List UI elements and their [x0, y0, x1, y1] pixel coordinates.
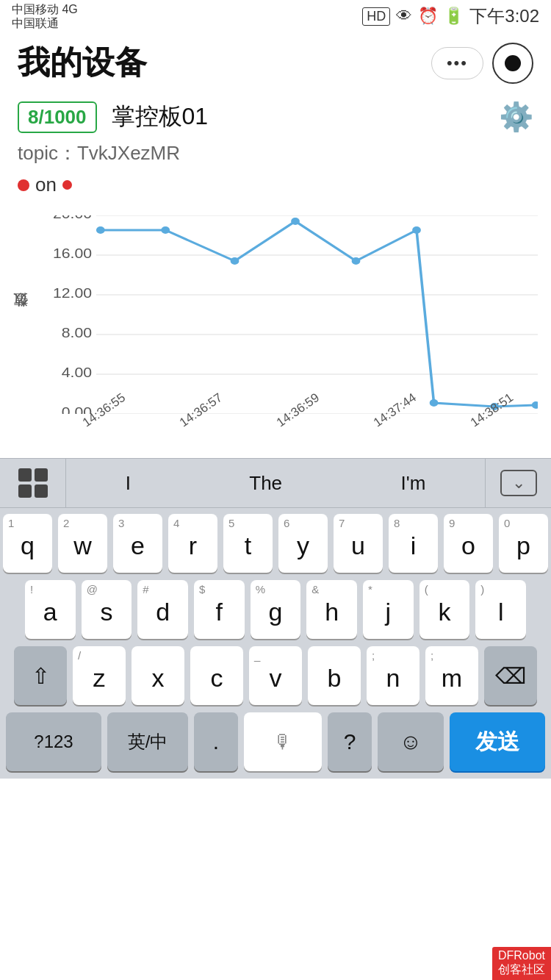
key-shift[interactable]: ⇧ — [14, 646, 67, 705]
key-z[interactable]: /z — [73, 646, 126, 705]
device-name: 掌控板01 — [112, 101, 209, 133]
key-v[interactable]: _v — [249, 646, 302, 705]
header-actions: ••• — [431, 43, 533, 84]
key-g[interactable]: %g — [251, 580, 301, 639]
chevron-down-icon: ⌄ — [512, 473, 525, 493]
key-h[interactable]: &h — [306, 580, 357, 639]
key-t[interactable]: 5t — [223, 514, 273, 573]
header: 我的设备 ••• — [0, 32, 551, 93]
key-k[interactable]: (k — [419, 580, 470, 639]
chart-inner: 20.00 16.00 12.00 8.00 4.00 0.00 — [53, 215, 538, 414]
svg-text:16.00: 16.00 — [53, 246, 92, 261]
record-button[interactable] — [492, 43, 533, 84]
svg-point-13 — [161, 226, 170, 234]
status-dot-red-small — [62, 180, 72, 190]
alarm-icon: ⏰ — [418, 7, 438, 26]
key-m[interactable]: ;m — [425, 646, 478, 705]
key-backspace[interactable]: ⌫ — [484, 646, 537, 705]
svg-point-16 — [352, 257, 361, 265]
svg-text:8.00: 8.00 — [62, 326, 92, 340]
gear-icon[interactable]: ⚙️ — [499, 101, 533, 133]
key-s[interactable]: @s — [82, 580, 132, 639]
eye-icon: 👁 — [396, 7, 412, 26]
status-dot-red — [18, 179, 29, 191]
status-bar: 中国移动 4G 中国联通 HD 👁 ⏰ 🔋 下午3:02 — [0, 0, 551, 32]
more-button[interactable]: ••• — [431, 47, 483, 79]
svg-point-15 — [291, 218, 300, 225]
key-period[interactable]: . — [194, 712, 238, 771]
key-lang[interactable]: 英/中 — [107, 712, 188, 771]
svg-point-17 — [412, 226, 421, 234]
key-question[interactable]: ? — [328, 712, 372, 771]
svg-point-14 — [231, 257, 240, 265]
svg-text:4.00: 4.00 — [62, 365, 92, 380]
key-o[interactable]: 9o — [444, 514, 493, 573]
kb-emoji-grid[interactable] — [0, 459, 66, 507]
battery-icon: 🔋 — [444, 7, 464, 26]
carrier-info: 中国移动 4G 中国联通 — [12, 2, 78, 30]
record-inner — [505, 55, 521, 71]
key-emoji[interactable]: ☺ — [378, 712, 444, 771]
carrier1: 中国移动 4G — [12, 2, 78, 16]
key-w[interactable]: 2w — [58, 514, 107, 573]
key-e[interactable]: 3e — [113, 514, 162, 573]
key-c[interactable]: c — [190, 646, 243, 705]
chart-svg: 20.00 16.00 12.00 8.00 4.00 0.00 — [53, 215, 538, 414]
kb-row-1: 1q 2w 3e 4r 5t 6y 7u 8i 9o 0p — [3, 514, 548, 573]
svg-text:12.00: 12.00 — [53, 286, 92, 301]
key-r[interactable]: 4r — [168, 514, 217, 573]
grid-icon — [18, 468, 48, 498]
device-status: on — [18, 174, 533, 196]
key-u[interactable]: 7u — [334, 514, 383, 573]
mic-icon: 🎙 — [273, 731, 292, 754]
kb-row-3: ⇧ /z x c _v b ;n ;m ⌫ — [3, 646, 548, 705]
kb-suggestion-bar: I The I'm ⌄ — [0, 458, 551, 508]
key-send[interactable]: 发送 — [450, 712, 545, 771]
key-space[interactable]: 🎙 — [244, 712, 322, 771]
device-topic: topic：TvkJXezMR — [18, 140, 533, 166]
device-top: 8/1000 掌控板01 ⚙️ — [18, 101, 533, 133]
suggestion-word2[interactable]: The — [234, 466, 297, 501]
key-123[interactable]: ?123 — [6, 712, 101, 771]
suggestion-word1[interactable]: I — [111, 466, 145, 501]
svg-point-18 — [430, 399, 439, 407]
key-j[interactable]: *j — [363, 580, 414, 639]
device-count: 8/1000 — [18, 101, 97, 133]
kb-row-2: !a @s #d $f %g &h *j (k )l — [3, 580, 548, 639]
key-p[interactable]: 0p — [499, 514, 548, 573]
time: 下午3:02 — [469, 4, 539, 28]
chart-ylabel: 数值 — [6, 215, 32, 421]
chart-container: 数值 20.00 16.00 12.00 8.00 4.00 0.00 — [6, 215, 545, 451]
page-title: 我的设备 — [18, 41, 147, 85]
device-card: 8/1000 掌控板01 ⚙️ topic：TvkJXezMR on — [0, 93, 551, 208]
chart-xaxis: 14:36:55 14:36:57 14:36:59 14:37:44 14:3… — [53, 414, 538, 451]
key-l[interactable]: )l — [475, 580, 526, 639]
key-x[interactable]: x — [132, 646, 184, 705]
key-n[interactable]: ;n — [367, 646, 419, 705]
status-on-label: on — [35, 174, 57, 196]
key-f[interactable]: $f — [194, 580, 245, 639]
status-right: HD 👁 ⏰ 🔋 下午3:02 — [362, 4, 539, 28]
key-y[interactable]: 6y — [278, 514, 328, 573]
suggestion-word3[interactable]: I'm — [386, 466, 440, 501]
keyboard: 1q 2w 3e 4r 5t 6y 7u 8i 9o 0p !a @s #d $… — [0, 508, 551, 779]
hd-badge: HD — [362, 7, 390, 26]
key-i[interactable]: 8i — [389, 514, 438, 573]
key-b[interactable]: b — [308, 646, 361, 705]
carrier2: 中国联通 — [12, 16, 78, 30]
kb-special-bar: ?123 英/中 . 🎙 ? ☺ 发送 — [3, 712, 548, 779]
key-a[interactable]: !a — [25, 580, 76, 639]
kb-collapse[interactable]: ⌄ — [485, 459, 551, 507]
svg-text:20.00: 20.00 — [53, 215, 92, 221]
key-d[interactable]: #d — [137, 580, 188, 639]
chart-area: 数值 20.00 16.00 12.00 8.00 4.00 0.00 — [0, 208, 551, 458]
svg-point-20 — [532, 401, 538, 409]
collapse-arrow-box: ⌄ — [500, 470, 537, 496]
key-q[interactable]: 1q — [3, 514, 52, 573]
svg-point-12 — [96, 226, 105, 234]
kb-suggestion-words: I The I'm — [66, 459, 485, 507]
dfrobot-badge: DFRobot创客社区 — [492, 947, 551, 980]
